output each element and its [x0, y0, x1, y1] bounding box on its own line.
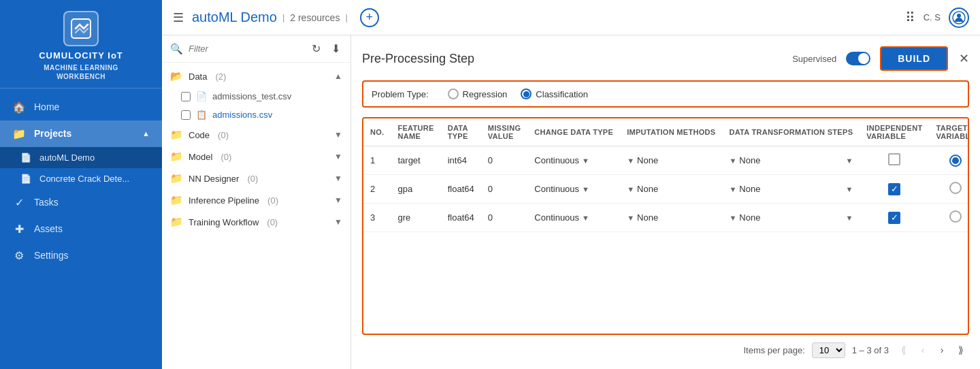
classification-label: Classification [536, 89, 588, 99]
cell-target[interactable] [929, 146, 969, 175]
file-checkbox[interactable] [181, 92, 191, 101]
section-training-count: (0) [267, 217, 278, 227]
cell-imputation[interactable]: ▼ None [620, 175, 722, 204]
col-target: TARGETVARIABLE [929, 118, 969, 146]
dropdown-arrow-icon: ▼ [582, 157, 589, 165]
cell-target[interactable] [929, 175, 969, 204]
last-page-button[interactable]: ⟫ [953, 342, 969, 358]
next-page-button[interactable]: › [934, 342, 950, 358]
tree-section-model[interactable]: 📁 Model (0) ▼ [162, 146, 350, 167]
refresh-icon[interactable]: ↻ [309, 41, 323, 57]
top-controls: Supervised BUILD [792, 46, 948, 71]
tree-section-code[interactable]: 📁 Code (0) ▼ [162, 124, 350, 146]
tree-section-inference[interactable]: 📁 Inference Pipeline (0) ▼ [162, 189, 350, 211]
filename-link[interactable]: admissions.csv [212, 110, 272, 120]
cell-missing: 0 [481, 204, 528, 232]
classification-option[interactable]: Classification [521, 89, 588, 99]
sidebar-item-settings[interactable]: ⚙ Settings [0, 242, 162, 269]
cell-independent[interactable]: ✓ [860, 175, 929, 204]
section-data-label: Data [189, 71, 207, 82]
section-nn-label: NN Designer [189, 174, 239, 184]
target-radio[interactable] [949, 155, 962, 167]
change-type-value: Continuous [534, 212, 579, 223]
classification-radio[interactable] [521, 89, 532, 99]
sidebar-item-home[interactable]: 🏠 Home [0, 94, 162, 121]
cell-change-type[interactable]: Continuous ▼ [527, 146, 620, 175]
prev-page-button[interactable]: ‹ [915, 342, 931, 358]
preprocess-table: NO. FEATURENAME DATATYPE MISSINGVALUE CH… [363, 118, 969, 232]
file-icon: 📄 [20, 153, 31, 163]
settings-icon: ⚙ [12, 249, 26, 262]
independent-checkbox[interactable]: ✓ [888, 212, 900, 224]
cell-dtype: int64 [441, 146, 481, 175]
target-radio[interactable] [949, 182, 962, 194]
cell-change-type[interactable]: Continuous ▼ [527, 175, 620, 204]
tree-section-data[interactable]: 📂 Data (2) ▲ [162, 65, 350, 87]
download-icon[interactable]: ⬇ [329, 41, 343, 57]
add-resource-button[interactable]: + [360, 8, 379, 27]
pagination-range: 1 – 3 of 3 [852, 345, 889, 355]
cell-imputation[interactable]: ▼ None [620, 204, 722, 232]
filter-input[interactable] [189, 44, 304, 54]
sidebar-item-automl-demo[interactable]: 📄 autoML Demo [0, 147, 162, 168]
cell-independent[interactable] [860, 146, 929, 175]
file-panel-toolbar: 🔍 ↻ ⬇ ⬆ [162, 35, 350, 63]
breadcrumb-title: autoML Demo [192, 10, 277, 25]
sidebar-item-label: Tasks [34, 197, 59, 208]
supervised-toggle[interactable] [846, 52, 870, 65]
filename: admissions_test.csv [212, 91, 291, 101]
chevron-up-icon: ▲ [334, 71, 342, 81]
file-panel: 🔍 ↻ ⬇ ⬆ 📂 Data (2) ▲ 📄 adm [162, 35, 351, 369]
items-per-page-label: Items per page: [743, 345, 804, 355]
cell-transformation[interactable]: ▼ None ▼ [722, 204, 860, 232]
table-row: 2 gpa float64 0 Continuous ▼ [363, 175, 969, 204]
cell-transformation[interactable]: ▼ None ▼ [722, 146, 860, 175]
pagination-row: Items per page: 10 25 50 1 – 3 of 3 ⟪ ‹ … [362, 335, 969, 358]
first-page-button[interactable]: ⟪ [896, 342, 912, 358]
folder-icon: 📁 [170, 172, 183, 184]
sidebar: CUMULOCITY IoT MACHINE LEARNING WORKBENC… [0, 0, 162, 369]
col-no: NO. [363, 118, 391, 146]
cell-transformation[interactable]: ▼ None ▼ [722, 175, 860, 204]
folder-icon: 📁 [170, 194, 183, 206]
close-button[interactable]: ✕ [959, 51, 969, 66]
grid-icon[interactable]: ⠿ [905, 10, 915, 26]
sidebar-item-projects[interactable]: 📁 Projects ▲ [0, 121, 162, 147]
file-checkbox[interactable] [181, 110, 191, 120]
chevron-down-icon: ▼ [334, 130, 342, 140]
table-row: 3 gre float64 0 Continuous ▼ [363, 204, 969, 232]
breadcrumb-separator2: | [345, 12, 347, 22]
list-item[interactable]: 📄 admissions_test.csv [162, 87, 350, 106]
per-page-select[interactable]: 10 25 50 [812, 342, 845, 358]
sidebar-item-assets[interactable]: ✚ Assets [0, 216, 162, 242]
tree-section-nn-designer[interactable]: 📁 NN Designer (0) ▼ [162, 167, 350, 189]
imputation-value: None [637, 155, 658, 165]
independent-checkbox[interactable] [888, 153, 900, 165]
list-item[interactable]: 📋 admissions.csv [162, 106, 350, 124]
csv-icon: 📄 [196, 91, 207, 101]
cell-dtype: float64 [441, 204, 481, 232]
sidebar-item-concrete-crack[interactable]: 📄 Concrete Crack Dete... [0, 168, 162, 189]
sidebar-item-tasks[interactable]: ✓ Tasks [0, 189, 162, 216]
cell-target[interactable] [929, 204, 969, 232]
resource-count: 2 resources [290, 12, 340, 23]
build-button[interactable]: BUILD [880, 46, 948, 71]
target-radio[interactable] [949, 210, 962, 223]
cell-missing: 0 [481, 146, 528, 175]
dropdown-arrow-icon: ▼ [582, 185, 589, 193]
cell-change-type[interactable]: Continuous ▼ [527, 204, 620, 232]
tree-section-training-workflow[interactable]: 📁 Training Workflow (0) ▼ [162, 211, 350, 233]
transformation-value: None [739, 212, 760, 223]
sidebar-item-label: Home [34, 101, 59, 112]
cell-independent[interactable]: ✓ [860, 204, 929, 232]
regression-option[interactable]: Regression [448, 89, 508, 99]
cell-imputation[interactable]: ▼ None [620, 146, 722, 175]
problem-type-row: Problem Type: Regression Classification [362, 80, 969, 108]
independent-checkbox[interactable]: ✓ [888, 183, 900, 195]
user-avatar[interactable] [949, 7, 969, 28]
assets-icon: ✚ [12, 223, 26, 236]
dropdown-arrow-icon: ▼ [729, 214, 736, 222]
hamburger-icon[interactable]: ☰ [173, 10, 184, 25]
section-nn-count: (0) [247, 174, 258, 184]
regression-radio[interactable] [448, 89, 459, 99]
